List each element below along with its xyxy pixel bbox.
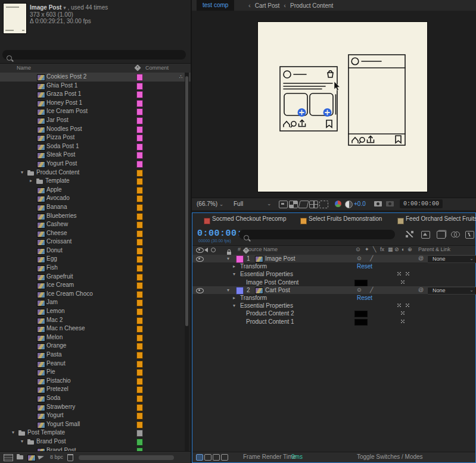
label-color-swatch[interactable]: [136, 117, 143, 124]
label-color-swatch[interactable]: [136, 248, 143, 255]
property-value-box[interactable]: [354, 280, 368, 286]
project-search-input[interactable]: [2, 50, 186, 60]
graph-editor-icon[interactable]: [465, 231, 474, 239]
project-item-row[interactable]: Mac n Cheese: [0, 324, 191, 333]
label-color-swatch[interactable]: [136, 343, 143, 350]
audio-icon[interactable]: [204, 248, 208, 252]
project-item-row[interactable]: Grapefruit: [0, 273, 191, 281]
label-color-swatch[interactable]: [136, 369, 143, 376]
label-color-swatch[interactable]: [136, 100, 143, 107]
label-color-swatch[interactable]: [136, 83, 143, 90]
name-column-header[interactable]: Name: [17, 65, 31, 71]
project-folder-row[interactable]: ▾Post Template: [0, 428, 191, 437]
label-color-swatch[interactable]: [136, 361, 143, 368]
chevron-down-icon[interactable]: ▾: [12, 428, 14, 437]
draft-3d-icon[interactable]: [421, 231, 430, 239]
label-color-swatch[interactable]: [136, 421, 143, 428]
source-name-column-header[interactable]: Source Name: [245, 246, 278, 252]
pick-whip-icon[interactable]: @: [418, 286, 424, 294]
project-item-row[interactable]: Cheese: [0, 229, 191, 238]
shy-icon[interactable]: ⊙: [356, 246, 360, 252]
timeline-search-input[interactable]: [239, 230, 395, 239]
chevron-down-icon[interactable]: ▾: [63, 5, 66, 11]
project-item-row[interactable]: Pie: [0, 368, 191, 377]
layer-name[interactable]: Image Post: [265, 255, 295, 262]
chevron-right-icon[interactable]: ▸: [233, 262, 235, 270]
magnification-select[interactable]: (66.7%) ⌄: [197, 201, 223, 207]
eye-icon[interactable]: [196, 256, 204, 262]
project-item-row[interactable]: Ice Cream: [0, 281, 191, 290]
property-row[interactable]: ▸TransformReset: [192, 294, 475, 302]
label-color-swatch[interactable]: [136, 74, 143, 81]
exposure-value[interactable]: +0.0: [354, 201, 366, 207]
chevron-right-icon[interactable]: ▸: [233, 294, 235, 302]
project-item-row[interactable]: Blueberries: [0, 212, 191, 221]
mask-visibility-icon[interactable]: [298, 201, 309, 208]
project-folder-row[interactable]: ▸Template: [0, 177, 191, 186]
project-item-row[interactable]: Peanut: [0, 359, 191, 368]
project-item-row[interactable]: Yogurt Small: [0, 420, 191, 429]
project-item-row[interactable]: Yogurt: [0, 411, 191, 420]
label-color-swatch[interactable]: [136, 274, 143, 281]
property-label[interactable]: Product Content 1: [246, 318, 294, 326]
selected-item-name[interactable]: Image Post: [30, 4, 61, 11]
label-column-tag-icon[interactable]: [134, 64, 141, 71]
comment-column-header[interactable]: Comment: [145, 65, 169, 71]
property-label[interactable]: Image Post Content: [246, 279, 298, 286]
project-item-row[interactable]: Pasta: [0, 351, 191, 359]
parent-link-column-header[interactable]: Parent & Link: [418, 246, 450, 252]
project-item-row[interactable]: Fish: [0, 264, 191, 273]
toggle-switches-modes-button[interactable]: Toggle Switches / Modes: [357, 453, 423, 460]
index-column-header[interactable]: #: [238, 246, 241, 252]
property-row[interactable]: ▾Essential Properties: [192, 270, 475, 278]
snapshot-camera-icon[interactable]: [374, 201, 382, 207]
chevron-down-icon[interactable]: ▾: [227, 255, 229, 262]
label-color-swatch[interactable]: [136, 378, 143, 385]
label-color-swatch[interactable]: [136, 108, 143, 115]
project-item-row[interactable]: Lemon: [0, 307, 191, 316]
pick-whip-icon[interactable]: @: [418, 255, 424, 262]
project-item-row[interactable]: Pretezel: [0, 385, 191, 394]
chevron-right-icon[interactable]: ▸: [30, 177, 32, 186]
comp-tab-label[interactable]: Select Fruits Demonstration: [309, 215, 382, 222]
project-item-row[interactable]: Melon: [0, 333, 191, 342]
project-item-row[interactable]: Cookies Post 2∴: [0, 73, 191, 82]
solo-icon[interactable]: [211, 248, 216, 252]
project-item-row[interactable]: Steak Post: [0, 151, 191, 159]
tab-test-comp[interactable]: test comp: [197, 0, 234, 11]
project-horizontal-scrollbar[interactable]: [79, 455, 174, 460]
project-item-row[interactable]: Honey Post 1: [0, 99, 191, 108]
label-color-swatch[interactable]: [136, 161, 143, 168]
quality-icon[interactable]: ╲: [373, 246, 376, 252]
project-item-row[interactable]: Orange: [0, 342, 191, 351]
grid-guides-icon[interactable]: [309, 201, 318, 208]
project-scrollbar[interactable]: [185, 73, 189, 451]
breadcrumb-comp-label[interactable]: Cart Post: [255, 2, 280, 9]
region-of-interest-icon[interactable]: [319, 201, 328, 208]
project-folder-row[interactable]: ▾Product Content: [0, 168, 191, 177]
breadcrumb-comp-label[interactable]: Product Content: [290, 2, 333, 9]
project-item-row[interactable]: Mac 2: [0, 316, 191, 325]
reset-link[interactable]: Reset: [357, 294, 372, 302]
label-color-swatch[interactable]: [136, 291, 143, 298]
property-row[interactable]: ▾Essential Properties: [192, 302, 475, 309]
property-group-label[interactable]: Essential Properties: [240, 302, 293, 309]
interpret-footage-icon[interactable]: [4, 454, 13, 461]
label-color-swatch[interactable]: [136, 152, 143, 159]
label-color-swatch[interactable]: [136, 265, 143, 272]
label-color-swatch[interactable]: [136, 221, 143, 229]
label-color-swatch[interactable]: [136, 439, 143, 446]
project-item-row[interactable]: Graza Post 1: [0, 90, 191, 99]
label-color-swatch[interactable]: [136, 282, 143, 289]
chevron-down-icon[interactable]: ▾: [21, 168, 23, 177]
layer-name[interactable]: Cart Post: [265, 286, 290, 294]
chevron-down-icon[interactable]: ▾: [227, 286, 229, 294]
project-folder-row[interactable]: ▾Brand Post: [0, 437, 191, 446]
chevron-down-icon[interactable]: ▾: [233, 302, 235, 309]
frame-blend-icon[interactable]: ▦: [388, 246, 393, 252]
channel-select-icon[interactable]: [335, 201, 341, 207]
exposure-icon[interactable]: [345, 201, 353, 208]
quality-icon[interactable]: ╱: [370, 286, 373, 294]
project-item-row[interactable]: Egg: [0, 255, 191, 264]
project-item-row[interactable]: Yogurt Post: [0, 159, 191, 168]
